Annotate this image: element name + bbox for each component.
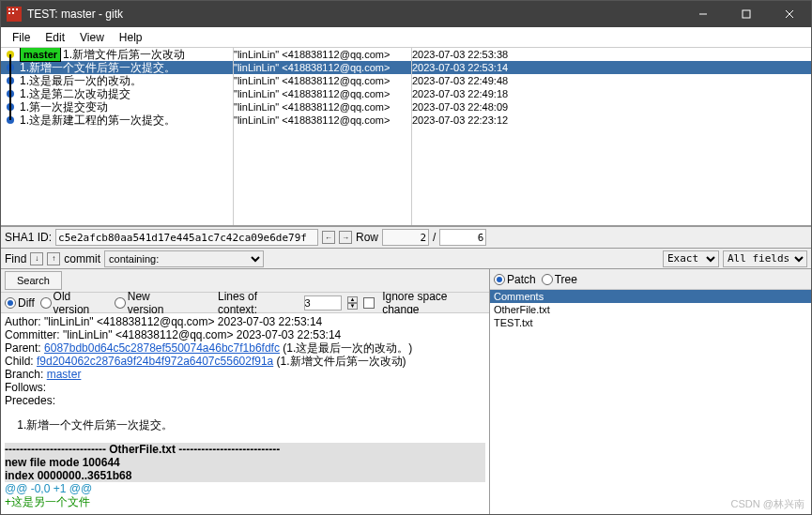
- app-icon: [7, 7, 22, 22]
- date-row[interactable]: 2023-07-03 22:23:12: [412, 114, 811, 127]
- commit-list[interactable]: master1.新增文件后第一次改动1.新增一个文件后第一次提交。1.这是最后一…: [1, 48, 234, 225]
- sha-input[interactable]: [55, 229, 318, 246]
- tree-item[interactable]: Comments: [490, 290, 811, 303]
- author-row[interactable]: "linLinLin" <418838112@qq.com>: [234, 74, 411, 87]
- date-row[interactable]: 2023-07-03 22:49:48: [412, 74, 811, 87]
- patch-radio[interactable]: Patch: [494, 273, 536, 286]
- search-button[interactable]: Search: [5, 271, 62, 290]
- sha-bar: SHA1 ID: ← → Row /: [1, 226, 811, 249]
- nav-back-button[interactable]: ←: [322, 231, 335, 244]
- svg-rect-4: [8, 12, 10, 14]
- branch-line: Branch: master: [5, 368, 485, 381]
- commit-row[interactable]: 1.这是新建工程的第一次提交。: [1, 114, 233, 127]
- find-op-select[interactable]: containing:: [104, 250, 264, 267]
- ignore-space-label: Ignore space change: [382, 290, 485, 316]
- tree-toolbar: Patch Tree: [490, 269, 811, 290]
- find-up-button[interactable]: ↑: [47, 252, 60, 265]
- parent-line: Parent: 6087bdb0d64c5c2878ef550074a46bc7…: [5, 341, 485, 355]
- row-sep: /: [433, 231, 436, 244]
- date-row[interactable]: 2023-07-03 22:48:09: [412, 100, 811, 114]
- tree-item[interactable]: OtherFile.txt: [490, 303, 811, 316]
- minimize-button[interactable]: [682, 1, 725, 27]
- tree-pane: Patch Tree CommentsOtherFile.txtTEST.txt: [490, 269, 811, 514]
- svg-rect-7: [743, 10, 750, 18]
- author-row[interactable]: "linLinLin" <418838112@qq.com>: [234, 114, 411, 127]
- author-row[interactable]: "linLinLin" <418838112@qq.com>: [234, 48, 411, 61]
- new-version-radio[interactable]: New version: [115, 290, 188, 316]
- loc-input[interactable]: [304, 295, 342, 311]
- window-title: TEST: master - gitk: [27, 8, 682, 21]
- author-list[interactable]: "linLinLin" <418838112@qq.com>"linLinLin…: [234, 48, 412, 225]
- child-line: Child: f9d204062c2876a9f24b4f972a6407c55…: [5, 355, 485, 368]
- bottom-pane: Search Diff Old version New version Line…: [1, 269, 811, 514]
- diff-mode: new file mode 100644: [5, 456, 485, 469]
- find-fields-select[interactable]: All fields: [723, 250, 807, 267]
- commit-message: 1.新增一个文件后第一次提交。: [5, 418, 485, 432]
- row-label: Row: [356, 231, 378, 244]
- diff-hunk: @@ -0,0 +1 @@: [5, 482, 485, 495]
- date-row[interactable]: 2023-07-03 22:53:14: [412, 61, 811, 74]
- nav-fwd-button[interactable]: →: [339, 231, 352, 244]
- row-total: [439, 229, 486, 246]
- diff-radio[interactable]: Diff: [5, 296, 35, 310]
- author-line: Author: "linLinLin" <418838112@qq.com> 2…: [5, 315, 485, 328]
- menu-edit[interactable]: Edit: [38, 29, 72, 46]
- precedes-line: Precedes:: [5, 394, 485, 407]
- find-bar: Find ↓ ↑ commit containing: Exact All fi…: [1, 249, 811, 269]
- tree-body[interactable]: CommentsOtherFile.txtTEST.txt: [490, 290, 811, 514]
- branch-link[interactable]: master: [47, 368, 82, 381]
- commit-row[interactable]: 1.这是第二次改动提交: [1, 87, 233, 100]
- date-row[interactable]: 2023-07-03 22:49:18: [412, 87, 811, 100]
- detail-body[interactable]: Author: "linLinLin" <418838112@qq.com> 2…: [1, 313, 489, 514]
- diff-index: index 0000000..3651b68: [5, 469, 485, 482]
- old-version-radio[interactable]: Old version: [40, 290, 109, 316]
- parent-link[interactable]: 6087bdb0d64c5c2878ef550074a46bc7f1b6fdfc: [44, 341, 280, 355]
- branch-tag: master: [20, 48, 61, 62]
- child-link[interactable]: f9d204062c2876a9f24b4f972a6407c55602f91a: [37, 355, 273, 368]
- committer-line: Committer: "linLinLin" <418838112@qq.com…: [5, 328, 485, 341]
- find-down-button[interactable]: ↓: [30, 252, 43, 265]
- detail-toolbar: Diff Old version New version Lines of co…: [1, 293, 489, 313]
- diff-file-header: --------------------------- OtherFile.tx…: [5, 443, 485, 456]
- loc-label: Lines of context:: [218, 290, 299, 316]
- ignore-space-checkbox[interactable]: [363, 297, 375, 309]
- diff-add-line: +这是另一个文件: [5, 495, 485, 508]
- author-row[interactable]: "linLinLin" <418838112@qq.com>: [234, 100, 411, 114]
- maximize-button[interactable]: [725, 1, 768, 27]
- menu-file[interactable]: File: [5, 29, 38, 46]
- author-row[interactable]: "linLinLin" <418838112@qq.com>: [234, 61, 411, 74]
- watermark: CSDN @林兴南: [731, 497, 804, 511]
- menu-view[interactable]: View: [72, 29, 112, 46]
- commit-row[interactable]: 1.新增一个文件后第一次提交。: [1, 61, 233, 74]
- follows-line: Follows:: [5, 381, 485, 394]
- find-match-select[interactable]: Exact: [663, 250, 719, 267]
- svg-rect-1: [8, 8, 10, 10]
- row-input[interactable]: [382, 229, 429, 246]
- find-label: Find: [5, 252, 26, 265]
- history-pane: master1.新增文件后第一次改动1.新增一个文件后第一次提交。1.这是最后一…: [1, 48, 811, 226]
- date-list[interactable]: 2023-07-03 22:53:382023-07-03 22:53:1420…: [412, 48, 811, 225]
- commit-row[interactable]: 1.第一次提交变动: [1, 100, 233, 114]
- date-row[interactable]: 2023-07-03 22:53:38: [412, 48, 811, 61]
- close-button[interactable]: [768, 1, 811, 27]
- loc-spinner[interactable]: ▲▼: [347, 296, 359, 310]
- svg-rect-3: [16, 8, 18, 10]
- author-row[interactable]: "linLinLin" <418838112@qq.com>: [234, 87, 411, 100]
- menubar: File Edit View Help: [1, 27, 811, 48]
- commit-row[interactable]: master1.新增文件后第一次改动: [1, 48, 233, 61]
- commit-row[interactable]: 1.这是最后一次的改动。: [1, 74, 233, 87]
- menu-help[interactable]: Help: [112, 29, 150, 46]
- tree-radio[interactable]: Tree: [542, 273, 577, 286]
- svg-rect-5: [12, 12, 14, 14]
- sha-label: SHA1 ID:: [5, 231, 52, 244]
- find-mode[interactable]: commit: [64, 252, 100, 265]
- detail-pane: Search Diff Old version New version Line…: [1, 269, 490, 514]
- tree-item[interactable]: TEST.txt: [490, 316, 811, 329]
- titlebar: TEST: master - gitk: [1, 1, 811, 27]
- svg-rect-2: [12, 8, 14, 10]
